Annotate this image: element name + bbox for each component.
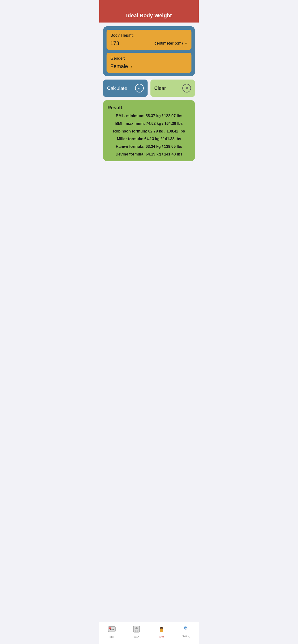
bmi-icon: BMI [108, 625, 116, 634]
unit-dropdown-arrow: ▼ [184, 42, 188, 45]
result-row-5: Devine formula: 64.15 kg / 141.43 lbs [107, 152, 191, 156]
height-row: 173 centimeter (cm) ▼ [110, 40, 188, 46]
result-row-4: Hamwi formula: 63.34 kg / 139.65 lbs [107, 144, 191, 149]
svg-point-4 [135, 627, 138, 629]
page-title: Ideal Body Weight [126, 12, 172, 18]
setting-icon [182, 625, 190, 634]
calculate-button[interactable]: Calculate ✓ [103, 80, 147, 97]
result-row-3: Miller formula: 64.13 kg / 141.38 lbs [107, 137, 191, 141]
tab-bsa[interactable]: BSA [124, 624, 149, 639]
tab-bmi-label: BMI [109, 636, 114, 638]
tab-bar: BMI BMI BSA IBW [99, 622, 199, 644]
gender-field[interactable]: Gender: Female ▼ [106, 53, 192, 73]
clear-x-icon: ✕ [182, 84, 191, 92]
height-value[interactable]: 173 [110, 40, 119, 46]
result-row-2: Robinson formula: 62.79 kg / 138.42 lbs [107, 129, 191, 134]
tab-setting-label: Setting [182, 635, 190, 638]
unit-selector[interactable]: centimeter (cm) ▼ [155, 41, 188, 46]
app-header: Ideal Body Weight [99, 0, 199, 22]
result-row-1: BMI - maximum: 74.52 kg / 164.30 lbs [107, 122, 191, 126]
tab-ibw[interactable]: IBW [149, 624, 174, 639]
result-card: Result: BMI - minimum: 55.37 kg / 122.07… [103, 100, 195, 161]
tab-setting[interactable]: Setting [174, 624, 199, 639]
gender-value: Female [110, 63, 128, 70]
result-row-0: BMI - minimum: 55.37 kg / 122.07 lbs [107, 114, 191, 118]
height-field[interactable]: Body Height: 173 centimeter (cm) ▼ [106, 30, 192, 50]
tab-bmi[interactable]: BMI BMI [99, 624, 124, 639]
clear-button[interactable]: Clear ✕ [151, 80, 195, 97]
result-title: Result: [107, 105, 191, 110]
bsa-icon [132, 625, 140, 634]
input-card: Body Height: 173 centimeter (cm) ▼ Gende… [103, 26, 195, 76]
svg-rect-7 [160, 629, 163, 632]
gender-dropdown-arrow: ▼ [130, 64, 133, 68]
tab-ibw-label: IBW [159, 636, 164, 638]
action-buttons: Calculate ✓ Clear ✕ [103, 80, 195, 97]
svg-text:BMI: BMI [110, 628, 114, 631]
clear-label: Clear [154, 86, 166, 91]
svg-rect-5 [135, 630, 138, 632]
ibw-icon [158, 625, 166, 634]
main-content: Body Height: 173 centimeter (cm) ▼ Gende… [99, 22, 199, 622]
svg-point-10 [185, 628, 187, 630]
unit-label: centimeter (cm) [155, 41, 183, 46]
gender-row: Female ▼ [110, 63, 188, 70]
height-label: Body Height: [110, 33, 188, 38]
gender-label: Gender: [110, 56, 188, 61]
calculate-label: Calculate [107, 86, 127, 91]
svg-rect-9 [161, 627, 162, 628]
calculate-check-icon: ✓ [135, 84, 144, 92]
tab-bsa-label: BSA [134, 636, 139, 638]
